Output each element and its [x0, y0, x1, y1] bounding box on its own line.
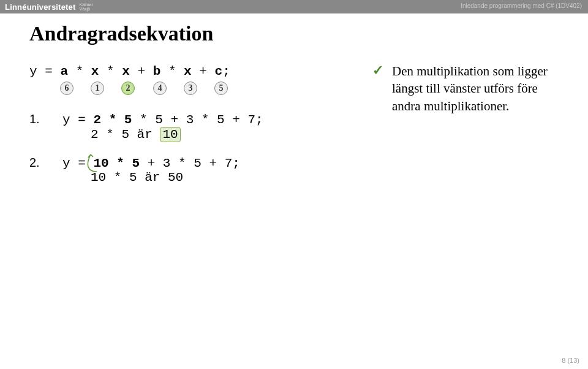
- step-expression: y = 10 * 5 + 3 * 5 + 7;: [62, 156, 240, 170]
- bullet-block: ✓ Den multiplikation som ligger längst t…: [372, 63, 556, 115]
- eq-token: y: [29, 64, 37, 78]
- logo: Linnéuniversitetet Kalmar Växjö: [5, 2, 93, 12]
- bullet-text: Den multiplikation som ligger längst til…: [392, 63, 556, 115]
- highlight-result: 10: [160, 127, 180, 142]
- check-icon: ✓: [372, 63, 383, 78]
- left-column: y = a * x * x + b * x + c; 612435 1.y = …: [29, 63, 299, 198]
- order-badge: 6: [60, 82, 74, 95]
- eq-token: +: [130, 64, 153, 78]
- step-sub: 2 * 5 är 10: [91, 127, 181, 142]
- step: 1.y = 2 * 5 * 5 + 3 * 5 + 7;2 * 5 är 10: [29, 112, 299, 142]
- order-badge: 4: [153, 82, 167, 95]
- eq-token: =: [37, 64, 61, 78]
- eq-token: c: [215, 64, 223, 78]
- step: 2.y = 10 * 5 + 3 * 5 + 7;10 * 5 är 50: [29, 156, 299, 184]
- step-number: 1.: [29, 112, 62, 126]
- content: y = a * x * x + b * x + c; 612435 1.y = …: [0, 63, 588, 198]
- order-badge: 1: [91, 82, 104, 95]
- order-badge: 5: [214, 82, 228, 95]
- order-badge: 2: [121, 82, 135, 95]
- logo-subtext: Kalmar Växjö: [80, 2, 93, 11]
- logo-text: Linnéuniversitetet: [5, 2, 76, 12]
- eq-token: *: [99, 64, 122, 78]
- steps: 1.y = 2 * 5 * 5 + 3 * 5 + 7;2 * 5 är 102…: [29, 112, 299, 184]
- eq-token: x: [184, 64, 192, 78]
- step-expression: y = 2 * 5 * 5 + 3 * 5 + 7;: [62, 113, 263, 127]
- equation-line: y = a * x * x + b * x + c;: [29, 63, 299, 80]
- eq-token: a: [60, 64, 68, 78]
- eq-token: x: [91, 64, 99, 78]
- eq-token: ;: [222, 64, 230, 78]
- course-code: Inledande programmering med C# (1DV402): [461, 2, 582, 9]
- eq-token: b: [153, 64, 161, 78]
- eq-token: *: [68, 64, 91, 78]
- badge-row: 612435: [29, 82, 299, 99]
- order-badge: 3: [184, 82, 197, 95]
- eq-token: *: [160, 64, 184, 78]
- step-number: 2.: [29, 156, 62, 170]
- page-title: Andragradsekvation: [29, 22, 588, 45]
- eq-token: x: [122, 64, 130, 78]
- step-sub: 10 * 5 är 50: [91, 170, 183, 184]
- page-number: 8 (13): [562, 357, 579, 364]
- step-line: 1.y = 2 * 5 * 5 + 3 * 5 + 7;: [29, 112, 299, 127]
- right-column: ✓ Den multiplikation som ligger längst t…: [372, 63, 556, 198]
- step-line: 2.y = 10 * 5 + 3 * 5 + 7;: [29, 156, 299, 170]
- eq-token: +: [192, 64, 215, 78]
